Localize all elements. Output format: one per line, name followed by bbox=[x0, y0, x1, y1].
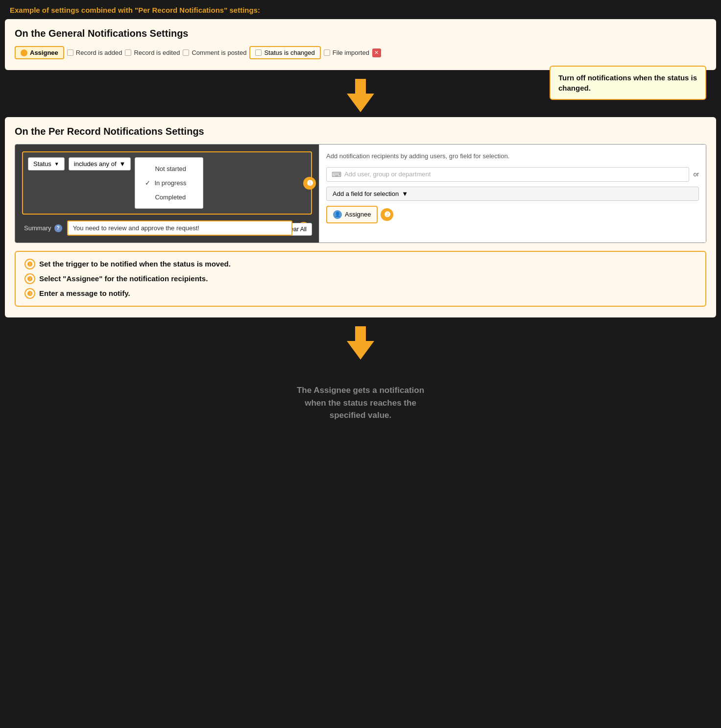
step-2-num: ❷ bbox=[24, 273, 35, 284]
step-1-num: ❶ bbox=[24, 259, 35, 269]
arrow-wrapper-2 bbox=[347, 326, 374, 360]
summary-row: Summary ? You need to review and approve… bbox=[22, 220, 312, 236]
arrow-shaft-2 bbox=[355, 326, 366, 341]
includes-label: includes any of bbox=[74, 160, 117, 168]
arrow-shaft-1 bbox=[355, 79, 366, 94]
chip-comment-posted-label: Comment is posted bbox=[192, 49, 246, 56]
includes-dropdown[interactable]: includes any of ▼ bbox=[69, 157, 131, 170]
assignee-icon bbox=[21, 49, 27, 56]
option-in-progress-label: In progress bbox=[154, 179, 186, 187]
checkbox-record-added[interactable] bbox=[67, 49, 73, 56]
includes-arrow: ▼ bbox=[120, 160, 126, 168]
section1-general-notifications: On the General Notifications Settings As… bbox=[5, 19, 716, 70]
assignee-avatar: 👤 bbox=[333, 210, 342, 219]
step-3-line: ❸ Enter a message to notify. bbox=[24, 288, 697, 299]
right-panel: Add notification recipients by adding us… bbox=[319, 145, 706, 243]
add-field-select-button[interactable]: Add a field for selection ▼ bbox=[326, 187, 699, 201]
user-input-row: ⌨ Add user, group or department or bbox=[326, 167, 699, 182]
step-3-num: ❸ bbox=[24, 288, 35, 299]
left-panel: + Status ▼ includes any of ▼ Not started bbox=[15, 145, 319, 243]
top-banner-text: Example of settings combined with "Per R… bbox=[10, 6, 260, 14]
step-3-text: Enter a message to notify. bbox=[39, 288, 130, 298]
assignee-recipient-chip[interactable]: 👤 Assignee ❷ bbox=[326, 206, 378, 223]
chip-record-edited[interactable]: Record is edited bbox=[125, 49, 180, 56]
arrow-head-2 bbox=[347, 341, 374, 360]
badge-1: ❶ bbox=[303, 177, 316, 190]
checkbox-status-changed[interactable] bbox=[255, 49, 262, 56]
status-select-arrow: ▼ bbox=[54, 161, 59, 167]
chip-assignee-label: Assignee bbox=[30, 49, 58, 56]
notification-bar: Assignee Record is added Record is edite… bbox=[15, 46, 706, 59]
per-record-content: + Status ▼ includes any of ▼ Not started bbox=[15, 144, 706, 243]
status-select-label: Status bbox=[33, 160, 51, 168]
summary-value: You need to review and approve the reque… bbox=[73, 224, 199, 232]
option-completed-label: Completed bbox=[155, 194, 186, 201]
chip-record-added[interactable]: Record is added bbox=[67, 49, 122, 56]
chip-status-changed-label: Status is changed bbox=[264, 49, 314, 56]
badge-2: ❷ bbox=[381, 208, 393, 221]
summary-input[interactable]: You need to review and approve the reque… bbox=[67, 220, 292, 236]
option-not-started[interactable]: Not started bbox=[135, 162, 203, 176]
status-select[interactable]: Status ▼ bbox=[28, 157, 65, 170]
bottom-text: The Assignee gets a notificationwhen the… bbox=[297, 384, 424, 422]
chip-record-edited-label: Record is edited bbox=[134, 49, 180, 56]
arrow-down-2 bbox=[0, 317, 721, 364]
step-1-text: Set the trigger to be notified when the … bbox=[39, 259, 231, 269]
option-not-started-label: Not started bbox=[155, 165, 186, 172]
bottom-text-content: The Assignee gets a notificationwhen the… bbox=[297, 386, 424, 420]
status-options: Not started In progress Completed bbox=[135, 157, 203, 209]
top-banner: Example of settings combined with "Per R… bbox=[0, 0, 721, 19]
step-2-text: Select "Assignee" for the notification r… bbox=[39, 273, 208, 284]
checkbox-file-imported[interactable] bbox=[324, 49, 330, 56]
user-group-input[interactable]: ⌨ Add user, group or department bbox=[326, 167, 689, 182]
user-input-icon: ⌨ bbox=[332, 170, 341, 178]
checkbox-comment-posted[interactable] bbox=[183, 49, 189, 56]
filter-row: Status ▼ includes any of ▼ Not started I… bbox=[22, 151, 312, 215]
or-text: or bbox=[693, 170, 699, 178]
assignee-chip-label: Assignee bbox=[345, 211, 371, 218]
field-select-arrow: ▼ bbox=[402, 190, 408, 197]
callout-text: Turn off notifications when the status i… bbox=[558, 73, 697, 92]
steps-box: ❶ Set the trigger to be notified when th… bbox=[15, 251, 706, 307]
chip-comment-posted[interactable]: Comment is posted bbox=[183, 49, 246, 56]
callout-box: Turn off notifications when the status i… bbox=[550, 66, 706, 100]
bottom-section: The Assignee gets a notificationwhen the… bbox=[0, 364, 721, 427]
arrow-head-1 bbox=[347, 94, 374, 112]
chip-file-imported[interactable]: File imported bbox=[324, 49, 369, 56]
option-in-progress[interactable]: In progress bbox=[135, 176, 203, 190]
field-select-label: Add a field for selection bbox=[333, 190, 399, 197]
section2-title: On the Per Record Notifications Settings bbox=[15, 126, 706, 137]
right-panel-desc: Add notification recipients by adding us… bbox=[326, 151, 699, 161]
step-2-line: ❷ Select "Assignee" for the notification… bbox=[24, 273, 697, 284]
section2-per-record: On the Per Record Notifications Settings… bbox=[5, 117, 716, 317]
summary-text: Summary bbox=[24, 224, 51, 232]
arrow-wrapper-1 bbox=[347, 79, 374, 112]
step-1-line: ❶ Set the trigger to be notified when th… bbox=[24, 259, 697, 269]
chip-file-imported-label: File imported bbox=[333, 49, 369, 56]
chip-record-added-label: Record is added bbox=[76, 49, 122, 56]
user-input-placeholder: Add user, group or department bbox=[344, 170, 431, 178]
close-notification-button[interactable]: ✕ bbox=[372, 49, 381, 57]
option-completed[interactable]: Completed bbox=[135, 190, 203, 204]
summary-label: Summary ? bbox=[24, 224, 62, 232]
checkbox-record-edited[interactable] bbox=[125, 49, 131, 56]
chip-status-changed[interactable]: Status is changed bbox=[249, 46, 320, 59]
chip-assignee[interactable]: Assignee bbox=[15, 46, 64, 59]
section1-title: On the General Notifications Settings bbox=[15, 28, 706, 39]
help-icon[interactable]: ? bbox=[54, 224, 62, 232]
